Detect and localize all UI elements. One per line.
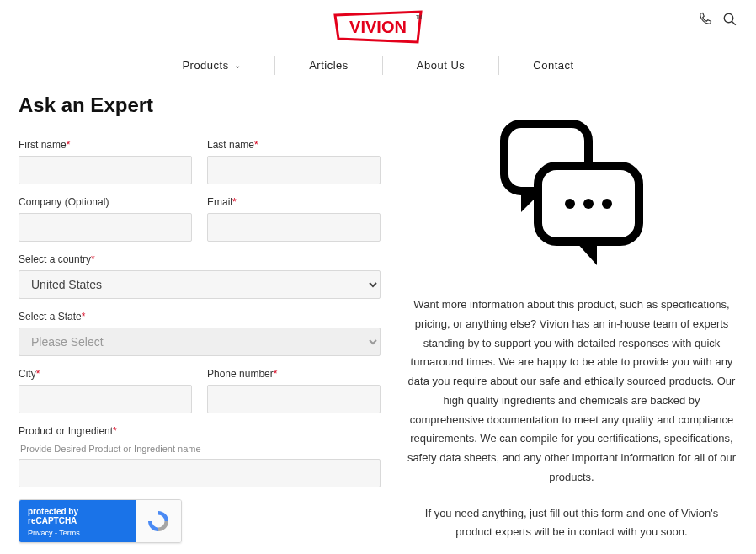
svg-point-11	[602, 199, 612, 209]
country-label: Select a country*	[19, 253, 381, 265]
nav-articles[interactable]: Articles	[274, 56, 382, 75]
svg-point-9	[565, 199, 575, 209]
state-label: Select a State*	[19, 311, 381, 322]
brand-logo[interactable]: VIVION TM	[332, 10, 424, 44]
phone-input[interactable]	[207, 385, 381, 413]
chat-bubbles-icon	[487, 115, 656, 279]
city-input[interactable]	[19, 385, 192, 413]
state-select[interactable]: Please Select	[19, 328, 381, 356]
nav-about[interactable]: About Us	[382, 56, 498, 75]
svg-line-4	[732, 21, 736, 25]
email-label: Email*	[207, 196, 381, 208]
recaptcha-widget[interactable]: protected by reCAPTCHA Privacy - Terms	[19, 499, 182, 543]
svg-point-10	[583, 199, 594, 209]
chevron-down-icon: ⌄	[234, 61, 242, 70]
svg-point-3	[724, 13, 733, 23]
svg-text:VIVION: VIVION	[349, 18, 407, 36]
nav-label: Products	[182, 59, 228, 72]
phone-icon[interactable]	[697, 12, 712, 30]
recaptcha-label: protected by reCAPTCHA	[28, 507, 127, 525]
info-paragraph-2: If you need anything, just fill out this…	[406, 504, 737, 543]
recaptcha-links[interactable]: Privacy - Terms	[28, 529, 127, 537]
country-select[interactable]: United States	[19, 270, 381, 299]
company-label: Company (Optional)	[19, 196, 192, 208]
search-icon[interactable]	[722, 12, 737, 30]
last-name-input[interactable]	[207, 156, 381, 184]
company-input[interactable]	[19, 213, 192, 242]
nav-contact[interactable]: Contact	[498, 56, 607, 75]
last-name-label: Last name*	[207, 139, 381, 151]
product-hint: Provide Desired Product or Ingredient na…	[20, 444, 381, 454]
main-nav: Products ⌄ Articles About Us Contact	[19, 56, 737, 75]
first-name-label: First name*	[19, 139, 192, 151]
info-paragraph-1: Want more information about this product…	[406, 296, 737, 487]
product-label: Product or Ingredient*	[19, 425, 381, 437]
page-title: Ask an Expert	[19, 93, 381, 117]
city-label: City*	[19, 368, 192, 380]
svg-text:TM: TM	[416, 14, 422, 19]
email-input[interactable]	[207, 213, 381, 242]
recaptcha-icon	[136, 500, 181, 542]
nav-products[interactable]: Products ⌄	[148, 56, 274, 75]
product-input[interactable]	[19, 459, 381, 487]
phone-label: Phone number*	[207, 368, 381, 380]
first-name-input[interactable]	[19, 156, 192, 184]
